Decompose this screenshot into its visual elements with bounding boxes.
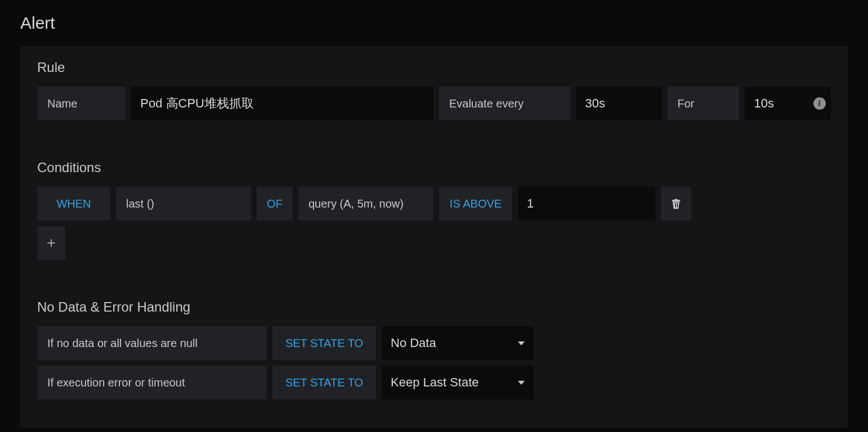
nodata-state-select-0[interactable]: No Data bbox=[382, 326, 534, 360]
nodata-row-0: If no data or all values are null SET ST… bbox=[37, 326, 831, 360]
for-input[interactable] bbox=[745, 87, 808, 120]
condition-operator[interactable]: WHEN bbox=[37, 187, 110, 220]
condition-aggregator[interactable]: last () bbox=[116, 187, 251, 220]
condition-row: WHEN last () OF query (A, 5m, now) IS AB… bbox=[37, 187, 831, 220]
info-icon[interactable]: i bbox=[813, 97, 826, 110]
alert-panel: Rule Name Evaluate every For i Condition… bbox=[20, 46, 848, 428]
name-label: Name bbox=[37, 87, 126, 120]
condition-evaluator-type[interactable]: IS ABOVE bbox=[439, 187, 512, 220]
section-heading-conditions: Conditions bbox=[37, 160, 831, 176]
add-condition-button[interactable] bbox=[37, 226, 65, 260]
plus-icon bbox=[46, 238, 56, 248]
section-heading-rule: Rule bbox=[37, 60, 831, 75]
name-input[interactable] bbox=[131, 87, 433, 120]
nodata-label-1: If execution error or timeout bbox=[37, 366, 267, 399]
for-label: For bbox=[668, 87, 740, 120]
condition-of-label: OF bbox=[257, 187, 293, 220]
nodata-row-1: If execution error or timeout SET STATE … bbox=[37, 366, 831, 399]
trash-icon bbox=[670, 197, 682, 210]
nodata-state-select-1[interactable]: Keep Last State bbox=[382, 366, 534, 399]
nodata-state-value-1: Keep Last State bbox=[391, 375, 479, 390]
nodata-action-label-0: SET STATE TO bbox=[272, 326, 376, 360]
chevron-down-icon bbox=[518, 341, 525, 345]
condition-query[interactable]: query (A, 5m, now) bbox=[298, 187, 433, 220]
for-group: i bbox=[745, 87, 831, 120]
condition-threshold-input[interactable] bbox=[518, 187, 655, 220]
delete-condition-button[interactable] bbox=[661, 187, 691, 220]
page-title: Alert bbox=[20, 14, 848, 33]
evaluate-every-input[interactable] bbox=[576, 87, 662, 120]
nodata-action-label-1: SET STATE TO bbox=[272, 366, 376, 399]
nodata-label-0: If no data or all values are null bbox=[37, 326, 267, 360]
evaluate-every-label: Evaluate every bbox=[439, 87, 571, 120]
section-heading-nodata: No Data & Error Handling bbox=[37, 299, 831, 315]
nodata-state-value-0: No Data bbox=[391, 336, 436, 350]
rule-row: Name Evaluate every For i bbox=[37, 87, 831, 120]
chevron-down-icon bbox=[518, 381, 525, 385]
